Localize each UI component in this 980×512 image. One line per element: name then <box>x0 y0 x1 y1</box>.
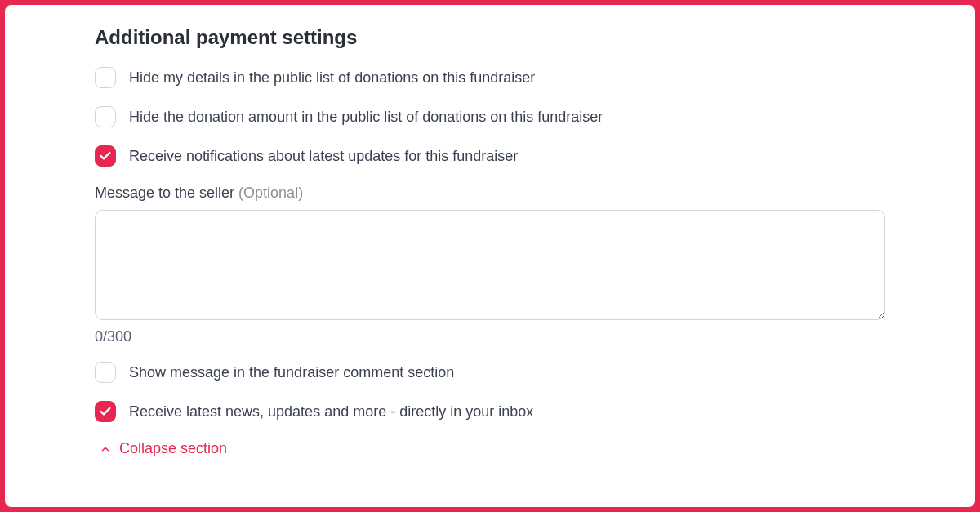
option-receive-updates-label[interactable]: Receive notifications about latest updat… <box>129 148 518 165</box>
option-receive-news-row: Receive latest news, updates and more - … <box>95 401 885 422</box>
message-label-text: Message to the seller <box>95 185 238 201</box>
option-hide-amount-checkbox[interactable] <box>95 106 116 127</box>
check-icon <box>99 405 112 418</box>
option-receive-updates-checkbox[interactable] <box>95 145 116 167</box>
option-receive-updates-row: Receive notifications about latest updat… <box>95 145 885 167</box>
message-textarea[interactable] <box>95 210 885 320</box>
collapse-section-link[interactable]: Collapse section <box>95 440 885 457</box>
option-show-message-label[interactable]: Show message in the fundraiser comment s… <box>129 364 454 381</box>
option-hide-details-label[interactable]: Hide my details in the public list of do… <box>129 69 535 87</box>
message-char-count: 0/300 <box>95 328 885 345</box>
option-receive-news-label[interactable]: Receive latest news, updates and more - … <box>129 403 533 421</box>
section-title: Additional payment settings <box>95 26 885 49</box>
option-hide-details-row: Hide my details in the public list of do… <box>95 67 885 88</box>
option-hide-amount-row: Hide the donation amount in the public l… <box>95 106 885 127</box>
option-show-message-row: Show message in the fundraiser comment s… <box>95 362 885 383</box>
message-label: Message to the seller (Optional) <box>95 185 885 202</box>
message-label-optional: (Optional) <box>238 185 303 201</box>
option-show-message-checkbox[interactable] <box>95 362 116 383</box>
payment-settings-panel: Additional payment settings Hide my deta… <box>5 5 975 507</box>
chevron-up-icon <box>100 443 111 455</box>
option-hide-amount-label[interactable]: Hide the donation amount in the public l… <box>129 109 603 126</box>
option-receive-news-checkbox[interactable] <box>95 401 116 422</box>
collapse-section-label: Collapse section <box>119 440 227 457</box>
option-hide-details-checkbox[interactable] <box>95 67 116 88</box>
check-icon <box>99 149 112 163</box>
